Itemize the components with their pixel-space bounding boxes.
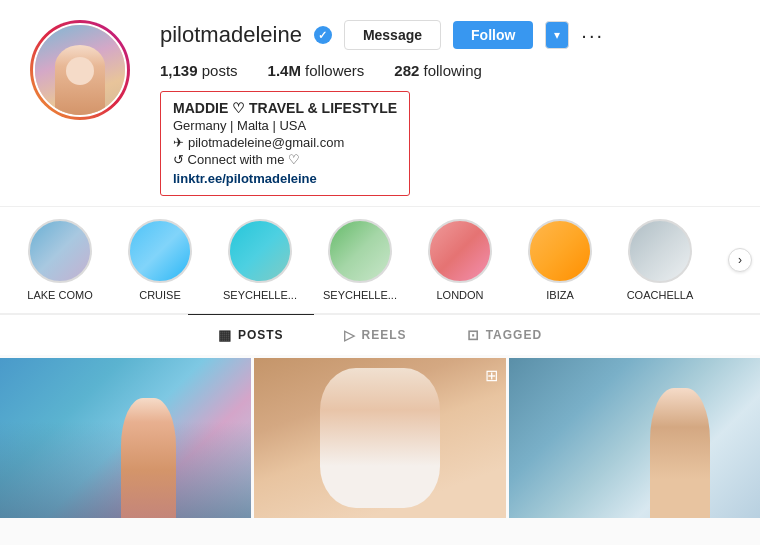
verified-badge (314, 26, 332, 44)
tab-tagged[interactable]: ⊡TAGGED (437, 314, 572, 355)
bio-link[interactable]: linktr.ee/pilotmadeleine (173, 171, 317, 186)
story-label: SEYCHELLE... (223, 289, 297, 301)
grid-item[interactable]: ⊞ (254, 358, 505, 518)
grid-person (650, 388, 710, 518)
stat-followers: 1.4M followers (268, 62, 365, 79)
bio-email: ✈ pilotmadeleine@gmail.com (173, 135, 397, 150)
reels-tab-icon: ▷ (344, 327, 356, 343)
more-options-button[interactable]: ··· (581, 24, 604, 47)
follow-dropdown-button[interactable]: ▾ (545, 21, 569, 49)
story-circle (528, 219, 592, 283)
stories-container: LAKE COMOCRUISESEYCHELLE...SEYCHELLE...L… (20, 219, 700, 301)
bio-name: MADDIE ♡ TRAVEL & LIFESTYLE (173, 100, 397, 116)
bio-location: Germany | Malta | USA (173, 118, 397, 133)
story-circle (228, 219, 292, 283)
posts-count: 1,139 (160, 62, 198, 79)
posts-tab-icon: ▦ (218, 327, 232, 343)
grid-person (121, 398, 176, 518)
profile-row1: pilotmadeleine Message Follow ▾ ··· (160, 20, 730, 50)
story-item-s7[interactable]: COACHELLA (620, 219, 700, 301)
tagged-tab-icon: ⊡ (467, 327, 480, 343)
username: pilotmadeleine (160, 22, 302, 48)
stats-row: 1,139 posts 1.4M followers 282 following (160, 62, 730, 79)
story-item-s1[interactable]: LAKE COMO (20, 219, 100, 301)
story-label: SEYCHELLE... (323, 289, 397, 301)
stat-posts: 1,139 posts (160, 62, 238, 79)
bio-email-text: pilotmadeleine@gmail.com (188, 135, 344, 150)
story-label: IBIZA (546, 289, 574, 301)
story-circle (628, 219, 692, 283)
story-item-s5[interactable]: LONDON (420, 219, 500, 301)
story-label: CRUISE (139, 289, 181, 301)
grid-item[interactable] (0, 358, 251, 518)
stat-following: 282 following (394, 62, 482, 79)
grid-person (320, 368, 440, 508)
follow-button[interactable]: Follow (453, 21, 533, 49)
story-circle (428, 219, 492, 283)
story-label: LONDON (436, 289, 483, 301)
story-circle (28, 219, 92, 283)
story-item-s2[interactable]: CRUISE (120, 219, 200, 301)
grid-item[interactable] (509, 358, 760, 518)
tab-reels[interactable]: ▷REELS (314, 314, 437, 355)
story-label: LAKE COMO (27, 289, 92, 301)
photo-grid: ⊞ (0, 355, 760, 518)
avatar (33, 23, 127, 117)
bio-box: MADDIE ♡ TRAVEL & LIFESTYLE Germany | Ma… (160, 91, 410, 196)
story-circle (128, 219, 192, 283)
tab-posts[interactable]: ▦POSTS (188, 314, 314, 355)
tagged-tab-label: TAGGED (486, 328, 542, 342)
followers-label: followers (305, 62, 364, 79)
bio-connect: ↺ Connect with me ♡ (173, 152, 397, 167)
story-circle (328, 219, 392, 283)
posts-label: posts (202, 62, 238, 79)
tabs-section: ▦POSTS▷REELS⊡TAGGED (0, 314, 760, 355)
story-item-s4[interactable]: SEYCHELLE... (320, 219, 400, 301)
message-button[interactable]: Message (344, 20, 441, 50)
profile-section: pilotmadeleine Message Follow ▾ ··· 1,13… (0, 0, 760, 206)
stories-section: LAKE COMOCRUISESEYCHELLE...SEYCHELLE...L… (0, 206, 760, 313)
avatar-image (35, 25, 125, 115)
multi-photo-icon: ⊞ (485, 366, 498, 385)
following-label: following (424, 62, 482, 79)
stories-next-button[interactable]: › (728, 248, 752, 272)
story-item-s6[interactable]: IBIZA (520, 219, 600, 301)
reels-tab-label: REELS (362, 328, 407, 342)
story-item-s3[interactable]: SEYCHELLE... (220, 219, 300, 301)
profile-info: pilotmadeleine Message Follow ▾ ··· 1,13… (160, 20, 730, 196)
following-count: 282 (394, 62, 419, 79)
plane-icon: ✈ (173, 135, 184, 150)
posts-tab-label: POSTS (238, 328, 284, 342)
avatar-wrapper[interactable] (30, 20, 130, 120)
story-label: COACHELLA (627, 289, 694, 301)
followers-count: 1.4M (268, 62, 301, 79)
